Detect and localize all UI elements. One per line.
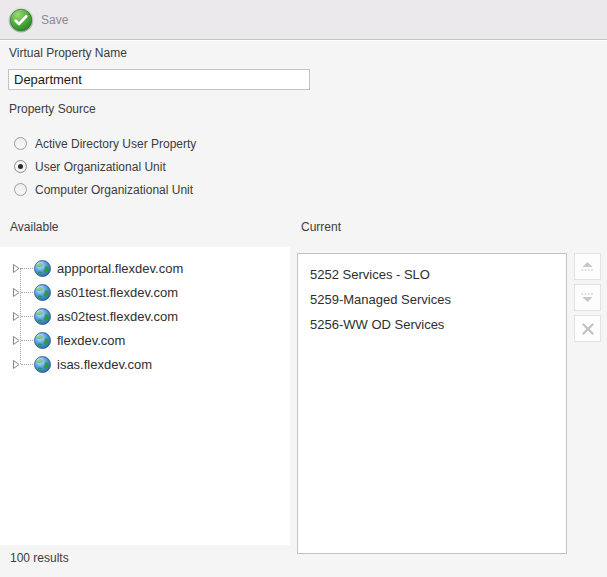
current-listbox[interactable]: 5252 Services - SLO 5259-Managed Service… [297, 253, 567, 554]
tree-item-label: as01test.flexdev.com [57, 285, 178, 300]
globe-icon [34, 260, 51, 277]
tree-row[interactable]: as02test.flexdev.com [0, 304, 290, 328]
current-list-item[interactable]: 5252 Services - SLO [298, 262, 566, 287]
tree-item-label: flexdev.com [57, 333, 125, 348]
current-label: Current [301, 220, 341, 234]
available-label: Available [10, 220, 58, 234]
move-up-button[interactable] [574, 253, 601, 280]
results-count-text: 100 results [10, 551, 69, 565]
property-source-label: Property Source [9, 102, 96, 116]
tree-dotted-connector [21, 316, 33, 317]
tree-item-label: as02test.flexdev.com [57, 309, 178, 324]
tree-dotted-connector [21, 364, 33, 365]
page: Save Virtual Property Name Property Sour… [0, 0, 607, 577]
radio-circle-icon [14, 160, 27, 173]
tree-dotted-connector [21, 292, 33, 293]
radio-active-directory-user-property[interactable]: Active Directory User Property [14, 132, 196, 155]
tree-row[interactable]: isas.flexdev.com [0, 352, 290, 376]
tree-expander-icon[interactable] [13, 335, 21, 345]
tree-dotted-connector [21, 268, 33, 269]
current-list-item[interactable]: 5259-Managed Services [298, 287, 566, 312]
save-check-icon [8, 7, 34, 33]
remove-x-icon [582, 323, 594, 335]
radio-circle-icon [14, 183, 27, 196]
save-button[interactable]: Save [8, 6, 68, 34]
property-source-radio-group: Active Directory User Property User Orga… [14, 132, 196, 201]
current-list-item[interactable]: 5256-WW OD Services [298, 312, 566, 337]
tree-expander-icon[interactable] [13, 311, 21, 321]
tree-dotted-connector [21, 340, 33, 341]
radio-label: Computer Organizational Unit [35, 183, 193, 197]
virtual-property-name-label: Virtual Property Name [9, 46, 127, 60]
save-button-label: Save [41, 13, 68, 27]
radio-label: User Organizational Unit [35, 160, 166, 174]
tree-row-list: appportal.flexdev.com [0, 256, 290, 376]
globe-icon [34, 356, 51, 373]
globe-icon [34, 308, 51, 325]
remove-button[interactable] [574, 315, 601, 342]
virtual-property-name-input[interactable] [8, 69, 310, 90]
radio-circle-icon [14, 137, 27, 150]
tree-row[interactable]: appportal.flexdev.com [0, 256, 290, 280]
toolbar: Save [0, 0, 607, 40]
radio-computer-organizational-unit[interactable]: Computer Organizational Unit [14, 178, 196, 201]
tree-item-label: appportal.flexdev.com [57, 261, 183, 276]
move-up-icon [580, 261, 595, 272]
tree-expander-icon[interactable] [13, 263, 21, 273]
move-down-icon [580, 292, 595, 303]
available-tree: appportal.flexdev.com [0, 247, 290, 545]
move-down-button[interactable] [574, 284, 601, 311]
radio-label: Active Directory User Property [35, 137, 196, 151]
radio-user-organizational-unit[interactable]: User Organizational Unit [14, 155, 196, 178]
tree-row[interactable]: as01test.flexdev.com [0, 280, 290, 304]
tree-row[interactable]: flexdev.com [0, 328, 290, 352]
tree-expander-icon[interactable] [13, 359, 21, 369]
globe-icon [34, 332, 51, 349]
tree-expander-icon[interactable] [13, 287, 21, 297]
tree-item-label: isas.flexdev.com [57, 357, 152, 372]
globe-icon [34, 284, 51, 301]
